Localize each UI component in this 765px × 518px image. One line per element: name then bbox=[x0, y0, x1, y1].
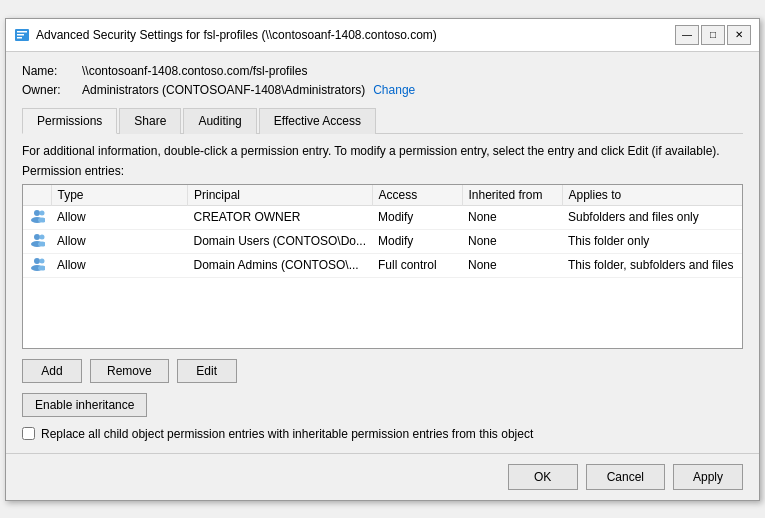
svg-point-10 bbox=[40, 234, 45, 239]
row2-access: Modify bbox=[372, 229, 462, 253]
minimize-button[interactable]: — bbox=[675, 25, 699, 45]
svg-point-6 bbox=[40, 210, 45, 215]
close-button[interactable]: ✕ bbox=[727, 25, 751, 45]
cancel-button[interactable]: Cancel bbox=[586, 464, 665, 490]
tab-auditing[interactable]: Auditing bbox=[183, 108, 256, 134]
change-link[interactable]: Change bbox=[373, 83, 415, 97]
edit-button[interactable]: Edit bbox=[177, 359, 237, 383]
owner-label: Owner: bbox=[22, 83, 82, 97]
row2-icon bbox=[23, 229, 51, 253]
svg-rect-3 bbox=[17, 37, 22, 39]
tabs-container: Permissions Share Auditing Effective Acc… bbox=[22, 107, 743, 134]
tab-permissions[interactable]: Permissions bbox=[22, 108, 117, 134]
row1-principal: CREATOR OWNER bbox=[188, 205, 372, 229]
window-icon bbox=[14, 27, 30, 43]
replace-checkbox[interactable] bbox=[22, 427, 35, 440]
dialog-content: Name: \\contosoanf-1408.contoso.com/fsl-… bbox=[6, 52, 759, 453]
tab-share[interactable]: Share bbox=[119, 108, 181, 134]
name-label: Name: bbox=[22, 64, 82, 78]
col-type-header: Type bbox=[51, 185, 188, 206]
tab-effective-access[interactable]: Effective Access bbox=[259, 108, 376, 134]
svg-rect-2 bbox=[17, 34, 24, 36]
svg-rect-1 bbox=[17, 31, 27, 33]
row1-icon bbox=[23, 205, 51, 229]
instructions-text: For additional information, double-click… bbox=[22, 144, 743, 158]
row1-inherited: None bbox=[462, 205, 562, 229]
row3-type: Allow bbox=[51, 253, 188, 277]
permission-table-container: Type Principal Access Inherited from App… bbox=[22, 184, 743, 349]
main-window: Advanced Security Settings for fsl-profi… bbox=[5, 18, 760, 501]
add-button[interactable]: Add bbox=[22, 359, 82, 383]
svg-point-14 bbox=[40, 258, 45, 263]
table-row[interactable]: Allow Domain Admins (CONTOSO\... Full co… bbox=[23, 253, 742, 277]
title-bar: Advanced Security Settings for fsl-profi… bbox=[6, 19, 759, 52]
dialog-footer: OK Cancel Apply bbox=[6, 453, 759, 500]
row3-access: Full control bbox=[372, 253, 462, 277]
apply-button[interactable]: Apply bbox=[673, 464, 743, 490]
ok-button[interactable]: OK bbox=[508, 464, 578, 490]
enable-inheritance-button[interactable]: Enable inheritance bbox=[22, 393, 147, 417]
name-row: Name: \\contosoanf-1408.contoso.com/fsl-… bbox=[22, 64, 743, 78]
col-access-header: Access bbox=[372, 185, 462, 206]
row3-inherited: None bbox=[462, 253, 562, 277]
window-title: Advanced Security Settings for fsl-profi… bbox=[36, 28, 675, 42]
remove-button[interactable]: Remove bbox=[90, 359, 169, 383]
edit-buttons-row: Add Remove Edit bbox=[22, 359, 743, 383]
row2-principal: Domain Users (CONTOSO\Do... bbox=[188, 229, 372, 253]
row1-applies: Subfolders and files only bbox=[562, 205, 742, 229]
row3-icon bbox=[23, 253, 51, 277]
row2-type: Allow bbox=[51, 229, 188, 253]
svg-point-8 bbox=[34, 234, 40, 240]
table-row[interactable]: Allow Domain Users (CONTOSO\Do... Modify… bbox=[23, 229, 742, 253]
window-controls: — □ ✕ bbox=[675, 25, 751, 45]
row1-access: Modify bbox=[372, 205, 462, 229]
col-inherited-header: Inherited from bbox=[462, 185, 562, 206]
table-row[interactable]: Allow CREATOR OWNER Modify None Subfolde… bbox=[23, 205, 742, 229]
replace-checkbox-row: Replace all child object permission entr… bbox=[22, 427, 743, 441]
owner-row: Owner: Administrators (CONTOSOANF-1408\A… bbox=[22, 83, 743, 97]
row2-applies: This folder only bbox=[562, 229, 742, 253]
maximize-button[interactable]: □ bbox=[701, 25, 725, 45]
svg-point-4 bbox=[34, 210, 40, 216]
replace-checkbox-label: Replace all child object permission entr… bbox=[41, 427, 533, 441]
col-icon-header bbox=[23, 185, 51, 206]
row3-applies: This folder, subfolders and files bbox=[562, 253, 742, 277]
row2-inherited: None bbox=[462, 229, 562, 253]
svg-point-12 bbox=[34, 258, 40, 264]
name-value: \\contosoanf-1408.contoso.com/fsl-profil… bbox=[82, 64, 307, 78]
row3-principal: Domain Admins (CONTOSO\... bbox=[188, 253, 372, 277]
row1-type: Allow bbox=[51, 205, 188, 229]
owner-value: Administrators (CONTOSOANF-1408\Administ… bbox=[82, 83, 365, 97]
col-principal-header: Principal bbox=[188, 185, 372, 206]
permission-table: Type Principal Access Inherited from App… bbox=[23, 185, 742, 278]
col-applies-header: Applies to bbox=[562, 185, 742, 206]
permission-entries-label: Permission entries: bbox=[22, 164, 743, 178]
table-header-row: Type Principal Access Inherited from App… bbox=[23, 185, 742, 206]
